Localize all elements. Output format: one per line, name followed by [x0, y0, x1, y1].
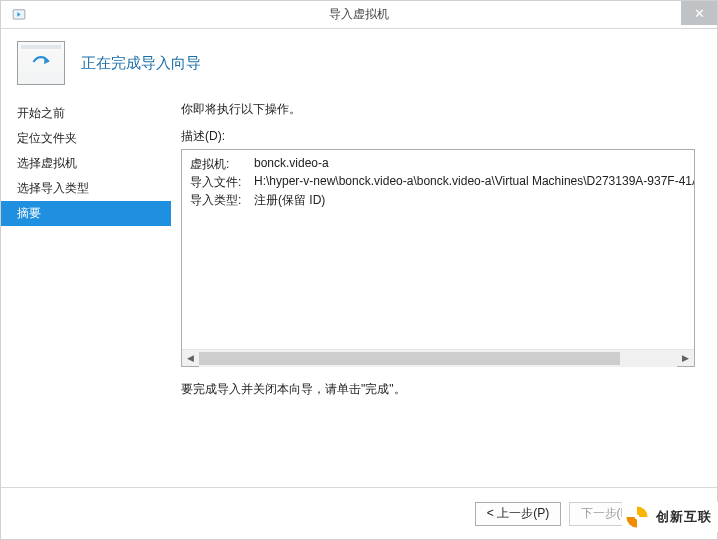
instruction-text: 要完成导入并关闭本向导，请单击"完成"。 [181, 381, 695, 398]
titlebar-wizard-icon [7, 3, 31, 27]
summary-key: 导入文件: [190, 174, 254, 191]
wizard-body: 开始之前 定位文件夹 选择虚拟机 选择导入类型 摘要 你即将执行以下操作。 描述… [1, 95, 717, 487]
scroll-track[interactable] [199, 350, 677, 367]
finish-button[interactable]: 完 [663, 502, 703, 526]
window-title: 导入虚拟机 [329, 6, 389, 23]
description-label: 描述(D): [181, 128, 695, 145]
wizard-header: 正在完成导入向导 [1, 29, 717, 95]
summary-value: 注册(保留 ID) [254, 192, 325, 209]
summary-row-vm: 虚拟机: bonck.video-a [190, 156, 686, 173]
summary-row-file: 导入文件: H:\hyper-v-new\bonck.video-a\bonck… [190, 174, 686, 191]
next-button: 下一步(N) > [569, 502, 655, 526]
summary-row-type: 导入类型: 注册(保留 ID) [190, 192, 686, 209]
summary-key: 虚拟机: [190, 156, 254, 173]
scroll-right-button[interactable]: ▶ [677, 350, 694, 367]
summary-value: bonck.video-a [254, 156, 329, 173]
summary-key: 导入类型: [190, 192, 254, 209]
wizard-steps-sidebar: 开始之前 定位文件夹 选择虚拟机 选择导入类型 摘要 [1, 95, 171, 487]
scroll-thumb[interactable] [199, 352, 620, 365]
wizard-footer: < 上一步(P) 下一步(N) > 完 [1, 487, 717, 539]
wizard-main-panel: 你即将执行以下操作。 描述(D): 虚拟机: bonck.video-a 导入文… [171, 95, 717, 487]
intro-text: 你即将执行以下操作。 [181, 101, 695, 118]
description-content: 虚拟机: bonck.video-a 导入文件: H:\hyper-v-new\… [182, 150, 694, 349]
scroll-left-button[interactable]: ◀ [182, 350, 199, 367]
step-select-vm[interactable]: 选择虚拟机 [1, 151, 171, 176]
horizontal-scrollbar[interactable]: ◀ ▶ [182, 349, 694, 366]
step-locate-folder[interactable]: 定位文件夹 [1, 126, 171, 151]
wizard-hero-icon [17, 41, 65, 85]
import-arrow-icon [28, 49, 54, 78]
description-box: 虚拟机: bonck.video-a 导入文件: H:\hyper-v-new\… [181, 149, 695, 367]
close-icon: ✕ [694, 6, 705, 21]
wizard-window: 导入虚拟机 ✕ 正在完成导入向导 开始之前 定位文件夹 选择虚拟机 选择导入类型… [0, 0, 718, 540]
wizard-heading: 正在完成导入向导 [81, 54, 201, 73]
titlebar: 导入虚拟机 ✕ [1, 1, 717, 29]
close-button[interactable]: ✕ [681, 1, 717, 25]
step-before-begin[interactable]: 开始之前 [1, 101, 171, 126]
summary-value: H:\hyper-v-new\bonck.video-a\bonck.video… [254, 174, 694, 191]
step-import-type[interactable]: 选择导入类型 [1, 176, 171, 201]
step-summary[interactable]: 摘要 [1, 201, 171, 226]
previous-button[interactable]: < 上一步(P) [475, 502, 561, 526]
